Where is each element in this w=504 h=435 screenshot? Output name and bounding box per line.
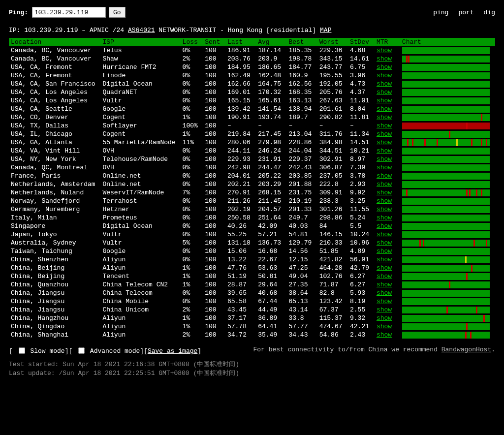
cell-mtr: show — [375, 88, 400, 96]
cell-loss: 1% — [181, 113, 203, 122]
cell-loss: 0% — [181, 230, 203, 239]
mtr-show-link[interactable]: show — [377, 248, 392, 255]
mtr-show-link[interactable]: show — [377, 181, 392, 188]
mtr-show-link[interactable]: show — [377, 172, 392, 180]
cell-stdev: 11.55 — [348, 205, 375, 214]
col-sent[interactable]: Sent — [203, 38, 225, 46]
cell-mtr: show — [375, 247, 400, 255]
mtr-show-link[interactable]: show — [377, 97, 392, 104]
mtr-show-link[interactable]: show — [377, 80, 392, 88]
mtr-show-link[interactable]: show — [377, 55, 392, 62]
cell-loss: 0% — [181, 88, 203, 96]
mtr-show-link[interactable]: show — [377, 281, 392, 288]
mtr-show-link[interactable]: show — [377, 256, 392, 263]
mtr-show-link[interactable]: show — [377, 314, 392, 322]
cell-loss: 0% — [181, 105, 203, 113]
col-avg[interactable]: Avg — [256, 38, 286, 46]
chart-bar — [402, 181, 490, 188]
cell-sent: 100 — [203, 188, 225, 197]
col-isp[interactable]: ISP — [100, 38, 180, 46]
asn-link[interactable]: AS64021 — [128, 27, 155, 34]
mtr-show-link[interactable]: show — [377, 298, 392, 305]
col-mtr[interactable]: MTR — [375, 38, 400, 46]
mtr-show-link[interactable]: show — [377, 72, 392, 79]
ping-input[interactable] — [32, 7, 106, 18]
cell-mtr: show — [375, 239, 400, 247]
cell-best: 47.25 — [286, 264, 317, 272]
mtr-show-link[interactable]: show — [377, 147, 392, 155]
mtr-show-link[interactable]: show — [377, 89, 392, 96]
table-row: Canada, BC, VancouverShaw2%100203.76203.… — [9, 55, 495, 63]
mtr-show-link[interactable]: show — [377, 139, 392, 146]
col-stdev[interactable]: StDev — [348, 38, 375, 46]
cell-location: Canada, BC, Vancouver — [9, 55, 100, 63]
col-loss[interactable]: Loss — [181, 38, 203, 46]
cell-loss: 1% — [181, 322, 203, 331]
mtr-show-link[interactable]: show — [377, 222, 392, 230]
advanced-mode-checkbox[interactable] — [78, 347, 85, 354]
map-link[interactable]: MAP — [320, 27, 331, 34]
chart-tick — [406, 189, 408, 196]
mtr-show-link[interactable]: show — [377, 273, 392, 280]
mtr-show-link[interactable]: show — [377, 47, 392, 54]
mtr-show-link[interactable]: show — [377, 306, 392, 313]
cell-avg: 22.67 — [256, 255, 286, 264]
table-row: China, QingdaoAliyun1%10057.7864.4157.77… — [9, 322, 495, 331]
mtr-show-link[interactable]: show — [377, 63, 392, 71]
cell-loss: 0% — [181, 255, 203, 264]
link-dig[interactable]: dig — [484, 9, 495, 16]
go-button[interactable]: Go — [109, 7, 126, 18]
table-row: USA, TX, DallasSoftlayer100%100–––––show — [9, 122, 495, 130]
col-location[interactable]: Location — [9, 38, 100, 46]
cell-best: 40.03 — [286, 222, 317, 230]
cell-isp: Vultr — [100, 230, 180, 239]
mtr-show-link[interactable]: show — [377, 197, 392, 205]
col-best[interactable]: Best — [286, 38, 317, 46]
col-worst[interactable]: Worst — [317, 38, 348, 46]
cell-location: China, Jiangsu — [9, 306, 100, 314]
mtr-show-link[interactable]: show — [377, 189, 392, 196]
mtr-show-link[interactable]: show — [377, 323, 392, 330]
cell-chart — [400, 280, 495, 289]
cell-mtr: show — [375, 138, 400, 147]
cell-last: 229.93 — [225, 155, 256, 163]
cell-worst: 302.91 — [317, 155, 348, 163]
col-last[interactable]: Last — [225, 38, 256, 46]
cell-avg: 53.63 — [256, 264, 286, 272]
col-chart[interactable]: Chart — [400, 38, 495, 46]
link-port[interactable]: port — [458, 9, 473, 16]
mtr-show-link[interactable]: show — [377, 289, 392, 297]
cell-stdev: 3.96 — [348, 71, 375, 80]
cell-chart — [400, 163, 495, 172]
cell-best: 244.04 — [286, 147, 317, 155]
cell-location: Australia, Sydney — [9, 239, 100, 247]
cell-mtr: show — [375, 163, 400, 172]
chart-tick — [465, 256, 467, 263]
mtr-show-link[interactable]: show — [377, 264, 392, 272]
mtr-show-link[interactable]: show — [377, 239, 392, 247]
cell-last: 40.26 — [225, 222, 256, 230]
cell-loss: 0% — [181, 205, 203, 214]
mtr-show-link[interactable]: show — [377, 122, 392, 129]
bandwagon-link[interactable]: BandwagonHost — [441, 346, 491, 353]
mtr-show-link[interactable]: show — [377, 164, 392, 171]
mtr-show-link[interactable]: show — [377, 130, 392, 138]
cell-loss: 1% — [181, 264, 203, 272]
mtr-show-link[interactable]: show — [377, 105, 392, 113]
chart-bar — [402, 81, 490, 88]
save-as-image-link[interactable]: Save as image — [148, 347, 197, 355]
mtr-show-link[interactable]: show — [377, 331, 392, 339]
mtr-show-link[interactable]: show — [377, 155, 392, 163]
slow-mode-checkbox[interactable] — [19, 347, 25, 354]
mtr-show-link[interactable]: show — [377, 206, 392, 213]
cell-location: China, Shenzhen — [9, 255, 100, 264]
cell-mtr: show — [375, 155, 400, 163]
cell-last: 162.49 — [225, 71, 256, 80]
cell-best: 201.88 — [286, 180, 317, 188]
mtr-show-link[interactable]: show — [377, 214, 392, 221]
cell-stdev: 2.43 — [348, 331, 375, 339]
link-ping[interactable]: ping — [433, 9, 448, 16]
mtr-show-link[interactable]: show — [377, 114, 392, 121]
mtr-show-link[interactable]: show — [377, 231, 392, 238]
cell-worst: 192.05 — [317, 80, 348, 88]
